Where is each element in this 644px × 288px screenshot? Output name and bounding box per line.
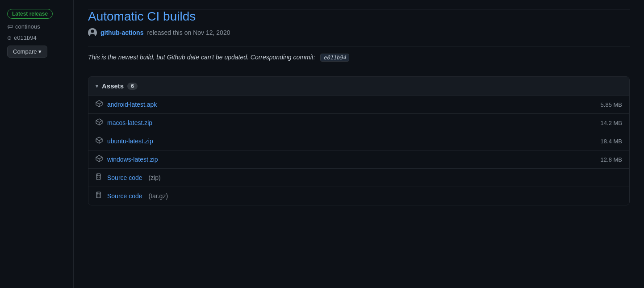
asset-row-windows: windows-latest.zip 12.8 MB: [88, 150, 629, 169]
svg-point-1: [91, 30, 94, 33]
sidebar-commit-label: e011b94: [14, 34, 37, 41]
asset-left: Source code (tar.gz): [96, 192, 168, 200]
svg-line-9: [99, 121, 102, 122]
package-icon-android: [96, 100, 103, 109]
source-icon-zip: [96, 173, 103, 182]
release-meta: github-actions released this on Nov 12, …: [88, 28, 630, 37]
asset-link-ubuntu[interactable]: ubuntu-latest.zip: [107, 138, 153, 145]
package-icon-ubuntu: [96, 137, 103, 146]
asset-left: ubuntu-latest.zip: [96, 137, 153, 146]
asset-row-source-zip: Source code (zip): [88, 169, 629, 187]
asset-left: Source code (zip): [96, 173, 161, 182]
asset-row-macos: macos-latest.zip 14.2 MB: [88, 114, 629, 132]
svg-line-8: [96, 121, 99, 122]
package-icon-macos: [96, 118, 103, 127]
latest-release-badge: Latest release: [7, 9, 53, 19]
package-icon-windows: [96, 155, 103, 164]
asset-row-source-targz: Source code (tar.gz): [88, 187, 629, 205]
sidebar-commit-row: ⊙ e011b94: [7, 34, 66, 41]
sidebar-tag-row: 🏷 continous: [7, 23, 66, 30]
asset-left: android-latest.apk: [96, 100, 157, 109]
assets-header: ▾ Assets 6: [88, 77, 629, 96]
svg-rect-24: [96, 192, 100, 198]
source-icon-targz: [96, 192, 103, 200]
svg-line-4: [96, 102, 99, 104]
page-layout: Latest release 🏷 continous ⊙ e011b94 Com…: [0, 0, 644, 288]
asset-link-android[interactable]: android-latest.apk: [107, 101, 157, 108]
main-content: Automatic CI builds github-actions relea…: [74, 0, 644, 288]
sidebar: Latest release 🏷 continous ⊙ e011b94 Com…: [0, 0, 74, 288]
release-meta-text: released this on Nov 12, 2020: [147, 29, 230, 36]
release-description: This is the newest build, but Github dat…: [88, 46, 630, 69]
svg-line-17: [99, 157, 102, 159]
assets-chevron-icon[interactable]: ▾: [96, 83, 98, 89]
source-suffix-zip: (zip): [147, 174, 161, 181]
release-title: Automatic CI builds: [88, 9, 630, 24]
asset-size-windows: 12.8 MB: [601, 156, 622, 163]
sidebar-tag-label: continous: [15, 23, 40, 30]
svg-line-5: [99, 102, 102, 104]
release-author-link[interactable]: github-actions: [100, 29, 143, 36]
compare-button[interactable]: Compare ▾: [7, 46, 47, 58]
svg-line-12: [96, 139, 99, 141]
tag-icon: 🏷: [7, 23, 13, 30]
source-suffix-targz: (tar.gz): [147, 192, 168, 200]
asset-link-windows[interactable]: windows-latest.zip: [107, 156, 158, 163]
assets-title: Assets: [102, 82, 124, 90]
commit-icon: ⊙: [7, 35, 12, 41]
asset-size-macos: 14.2 MB: [601, 120, 622, 126]
asset-left: windows-latest.zip: [96, 155, 158, 164]
assets-section: ▾ Assets 6 android-latest.apk: [88, 76, 630, 205]
asset-size-ubuntu: 18.4 MB: [601, 138, 622, 145]
description-text: This is the newest build, but Github dat…: [88, 54, 315, 61]
svg-line-16: [96, 157, 99, 159]
compare-button-label: Compare: [13, 48, 37, 55]
source-link-targz[interactable]: Source code: [107, 192, 142, 200]
asset-link-macos[interactable]: macos-latest.zip: [107, 119, 152, 126]
svg-rect-19: [96, 174, 100, 179]
commit-hash-badge[interactable]: e011b94: [320, 54, 349, 62]
asset-left: macos-latest.zip: [96, 118, 152, 127]
asset-row-android: android-latest.apk 5.85 MB: [88, 96, 629, 114]
avatar: [88, 28, 97, 37]
asset-row-ubuntu: ubuntu-latest.zip 18.4 MB: [88, 132, 629, 150]
assets-count-badge: 6: [127, 83, 138, 90]
source-link-zip[interactable]: Source code: [107, 174, 142, 181]
compare-chevron-icon: ▾: [38, 48, 42, 55]
asset-size-android: 5.85 MB: [601, 101, 622, 108]
svg-line-13: [99, 139, 102, 141]
